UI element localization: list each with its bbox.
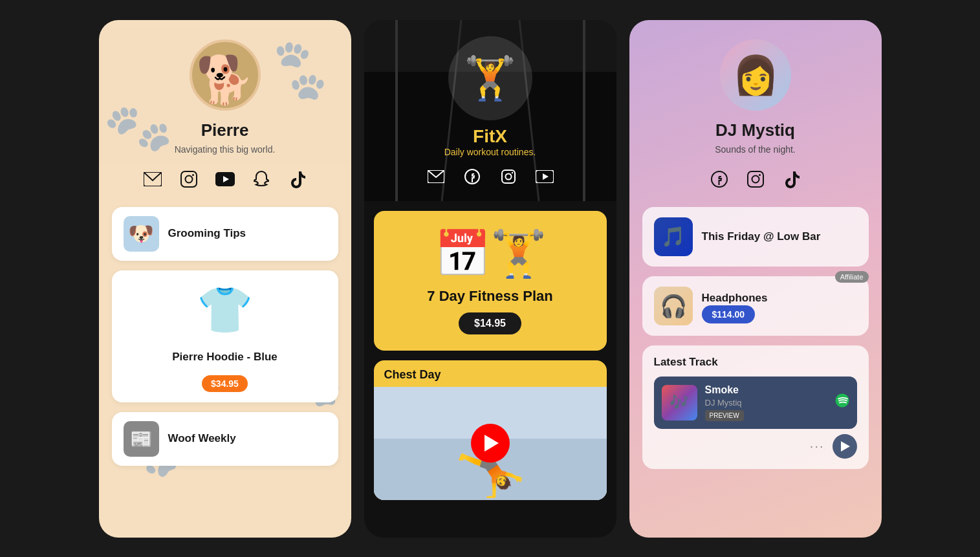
pierre-name: Pierre xyxy=(201,120,249,140)
grooming-link[interactable]: 🐶 Grooming Tips xyxy=(112,207,338,261)
track-play-button[interactable] xyxy=(833,434,857,459)
svg-point-24 xyxy=(759,174,761,176)
headphones-link[interactable]: 🎧 Headphones $114.00 xyxy=(642,276,869,336)
fitx-instagram-icon[interactable] xyxy=(497,165,520,188)
event-label: This Friday @ Low Bar xyxy=(702,230,857,243)
pierre-snapchat-icon[interactable] xyxy=(250,168,273,191)
paw-icon-1: 🐾 xyxy=(258,30,340,109)
headphones-icon: 🎧 xyxy=(660,293,687,319)
pierre-avatar: 🐕 xyxy=(190,39,261,111)
woof-weekly-link[interactable]: 📰 Woof Weekly xyxy=(112,412,338,466)
svg-point-2 xyxy=(185,175,192,182)
fitx-content: 📅🏋️ 7 Day Fitness Plan $14.95 Chest Day … xyxy=(364,201,616,510)
headphones-info: Headphones $114.00 xyxy=(702,292,857,320)
dj-bio: Sounds of the night. xyxy=(715,144,796,155)
track-name: Smoke xyxy=(705,384,827,396)
paw-icon-2: 🐾 xyxy=(99,90,177,166)
chest-day-card[interactable]: Chest Day 🤸 xyxy=(374,360,607,500)
headphones-wrap: 🎧 Headphones $114.00 Affiliate xyxy=(642,276,869,336)
svg-marker-18 xyxy=(543,173,549,180)
hoodie-price: $34.95 xyxy=(202,375,248,392)
play-button[interactable] xyxy=(471,424,510,463)
hoodie-link[interactable]: 👕 Pierre Hoodie - Blue $34.95 xyxy=(112,270,338,402)
card-fitx: 🏋️ FitX Daily workout routines. xyxy=(364,20,616,538)
dj-instagram-icon[interactable] xyxy=(744,168,767,191)
dj-avatar: 👩 xyxy=(720,39,791,111)
fitx-title: FitX xyxy=(473,126,507,147)
fitx-youtube-icon[interactable] xyxy=(533,165,556,188)
event-thumb: 🎵 xyxy=(654,217,693,256)
grooming-icon: 🐶 xyxy=(128,221,154,246)
affiliate-badge: Affiliate xyxy=(835,271,869,283)
fitx-circle: 🏋️ xyxy=(448,36,532,120)
fitx-header: 🏋️ FitX Daily workout routines. xyxy=(364,20,616,201)
svg-point-16 xyxy=(511,171,512,173)
hoodie-image: 👕 xyxy=(197,283,253,336)
app-container: 🐾 🐾 🐾 🐾 🐾 🐕 Pierre Navigating this big w… xyxy=(13,20,967,538)
fitness-plan-price: $14.95 xyxy=(459,312,521,334)
pierre-bio: Navigating this big world. xyxy=(175,144,276,155)
latest-track-title: Latest Track xyxy=(654,356,857,369)
athlete-icon: 🏋️ xyxy=(448,36,532,120)
svg-rect-1 xyxy=(181,171,197,187)
latest-track-section: Latest Track 🎶 Smoke DJ Mystiq PREVIEW xyxy=(642,345,869,469)
track-preview-badge: PREVIEW xyxy=(705,410,744,421)
hoodie-label: Pierre Hoodie - Blue xyxy=(172,351,277,364)
pierre-email-icon[interactable] xyxy=(141,168,164,191)
pierre-links: 🐶 Grooming Tips 👕 Pierre Hoodie - Blue $… xyxy=(112,207,338,466)
dj-tiktok-icon[interactable] xyxy=(780,168,803,191)
dj-facebook-icon[interactable] xyxy=(708,168,731,191)
headphones-thumb: 🎧 xyxy=(654,287,693,325)
woof-weekly-label: Woof Weekly xyxy=(168,432,327,445)
svg-point-15 xyxy=(505,173,511,179)
fitness-plan-title: 7 Day Fitness Plan xyxy=(427,288,552,305)
track-art: 🎶 xyxy=(662,385,697,420)
fitness-plan-icon: 📅🏋️ xyxy=(434,227,547,280)
pierre-avatar-image: 🐕 xyxy=(196,52,254,107)
dj-avatar-image: 👩 xyxy=(732,53,779,97)
card-dj: 👩 DJ Mystiq Sounds of the night. 🎵 This … xyxy=(629,20,882,538)
pierre-tiktok-icon[interactable] xyxy=(286,168,309,191)
fitx-email-icon[interactable] xyxy=(424,165,448,188)
fitx-social-icons xyxy=(424,165,556,188)
event-icon: 🎵 xyxy=(661,225,685,248)
headphones-price: $114.00 xyxy=(702,305,756,323)
svg-rect-14 xyxy=(502,170,515,183)
fitness-plan-card[interactable]: 📅🏋️ 7 Day Fitness Plan $14.95 xyxy=(374,211,607,351)
dj-name: DJ Mystiq xyxy=(715,120,795,140)
news-icon: 📰 xyxy=(130,428,153,450)
event-link[interactable]: 🎵 This Friday @ Low Bar xyxy=(642,207,869,267)
grooming-label: Grooming Tips xyxy=(168,227,327,240)
pierre-youtube-icon[interactable] xyxy=(213,168,237,191)
svg-rect-22 xyxy=(748,171,763,187)
grooming-thumb: 🐶 xyxy=(124,216,159,252)
video-label: Chest Day xyxy=(374,360,607,387)
pierre-social-icons xyxy=(141,168,309,191)
svg-point-3 xyxy=(192,174,194,176)
fitx-facebook-icon[interactable] xyxy=(461,165,484,188)
dj-social-icons xyxy=(708,168,803,191)
news-thumb: 📰 xyxy=(124,421,159,457)
headphones-label: Headphones xyxy=(702,292,768,304)
svg-point-23 xyxy=(752,175,759,182)
dj-links: 🎵 This Friday @ Low Bar 🎧 Headphones $11… xyxy=(642,207,869,469)
track-artist: DJ Mystiq xyxy=(705,398,827,408)
video-thumbnail: 🤸 xyxy=(374,387,607,500)
track-more-dots[interactable]: ··· xyxy=(810,439,825,453)
track-art-icon: 🎶 xyxy=(670,393,689,411)
pierre-instagram-icon[interactable] xyxy=(177,168,201,191)
fitx-subtitle: Daily workout routines. xyxy=(444,147,536,157)
card-pierre: 🐾 🐾 🐾 🐾 🐾 🐕 Pierre Navigating this big w… xyxy=(99,20,351,538)
track-info: Smoke DJ Mystiq PREVIEW xyxy=(705,384,827,421)
track-bottom-controls: ··· xyxy=(654,434,857,459)
track-player[interactable]: 🎶 Smoke DJ Mystiq PREVIEW xyxy=(654,377,857,429)
spotify-icon[interactable] xyxy=(835,393,849,411)
track-controls xyxy=(835,393,849,411)
